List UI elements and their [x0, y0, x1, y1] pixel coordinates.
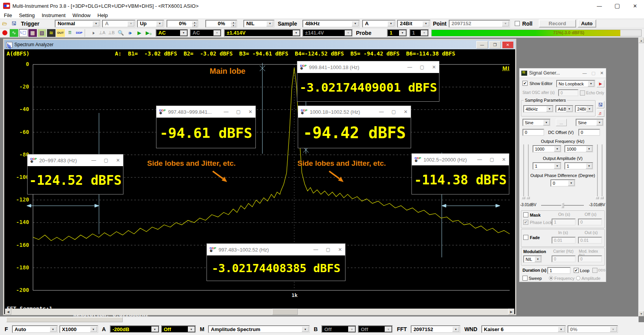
trigger-edge-select[interactable]: Up: [137, 20, 164, 28]
close-icon[interactable]: ✕: [600, 71, 604, 76]
probe-calibration-icon[interactable]: 🔍: [116, 29, 125, 37]
slider-handle[interactable]: [526, 196, 530, 199]
show-editor-checkbox[interactable]: [522, 81, 528, 86]
sweep-checkbox[interactable]: [522, 276, 528, 281]
dropdown-icon[interactable]: [92, 21, 99, 26]
mdi-vertical-scrollbar[interactable]: ▲ ▼: [638, 38, 644, 316]
dropdown-icon[interactable]: [543, 120, 550, 125]
dropdown-icon[interactable]: [50, 326, 57, 332]
more-button[interactable]: ...: [556, 119, 567, 126]
a-range-select[interactable]: -200dB: [110, 325, 160, 333]
record-icon[interactable]: [0, 29, 9, 37]
dropdown-icon[interactable]: [90, 326, 97, 332]
spin-up-icon[interactable]: [192, 21, 197, 24]
save-icon[interactable]: 🖫: [10, 20, 18, 28]
dropdown-icon[interactable]: [586, 106, 593, 112]
dropdown-icon[interactable]: [422, 21, 429, 26]
sample-bits-select[interactable]: 24Bit: [397, 20, 430, 28]
close-icon[interactable]: ✕: [432, 64, 436, 70]
mdi-horizontal-scrollbar[interactable]: [0, 316, 639, 323]
dropdown-icon[interactable]: [399, 30, 406, 36]
freq-zoom-select[interactable]: X1000: [59, 325, 98, 333]
sg-sample-rate-select[interactable]: 48kHz: [523, 105, 554, 113]
scroll-right-icon[interactable]: ▶: [508, 309, 514, 315]
dropdown-icon[interactable]: [596, 120, 603, 125]
spectrum-3d-icon[interactable]: ▧: [38, 29, 46, 37]
dropdown-icon[interactable]: [554, 146, 561, 152]
close-icon[interactable]: [626, 0, 644, 12]
dropdown-icon[interactable]: [535, 256, 541, 262]
dropdown-icon[interactable]: [302, 326, 309, 332]
dropdown-icon[interactable]: [554, 163, 561, 169]
multimeter-icon[interactable]: ▦: [28, 29, 37, 37]
minimize-icon[interactable]: —: [224, 109, 229, 115]
close-icon[interactable]: ✕: [502, 41, 514, 49]
sample-channel-select[interactable]: A: [362, 20, 396, 28]
open-icon[interactable]: 🗁: [0, 20, 9, 28]
dropdown-icon[interactable]: [266, 21, 273, 26]
trigger-hpf-select[interactable]: NIL: [243, 20, 274, 28]
spectrum-titlebar[interactable]: Spectrum Analyzer — ❐ ✕: [4, 40, 515, 49]
ddp-viewer-window[interactable]: DDP⊕ 1002.5~20000 (Hz) —▢✕ -114.38 dBFS: [412, 154, 509, 194]
roll-checkbox[interactable]: [515, 21, 520, 26]
dropdown-icon[interactable]: [151, 326, 158, 332]
ddp-viewer-window[interactable]: DDP⊕ 999.841~1000.18 (Hz) —▢✕ -3.0217440…: [297, 61, 439, 101]
menu-setting[interactable]: Setting: [19, 12, 35, 18]
music-notes-icon[interactable]: ♬: [597, 109, 604, 117]
spin-up-icon[interactable]: [231, 21, 236, 24]
dropdown-icon[interactable]: [586, 146, 592, 152]
trigger-delay-spinner[interactable]: 0%: [205, 20, 237, 28]
trigger-level-spinner[interactable]: 0%: [167, 20, 198, 28]
a-ref-select[interactable]: Off: [161, 325, 196, 333]
scroll-thumb[interactable]: [272, 309, 298, 315]
close-icon[interactable]: ✕: [116, 158, 120, 163]
sample-rate-select[interactable]: 48kHz: [302, 20, 360, 28]
minimize-icon[interactable]: —: [379, 109, 384, 115]
maximize-icon[interactable]: ▢: [392, 109, 396, 115]
start-button[interactable]: ▶: [597, 80, 604, 87]
menu-window[interactable]: Window: [73, 12, 90, 18]
minimize-icon[interactable]: —: [408, 64, 412, 70]
slider-handle[interactable]: [522, 196, 525, 199]
save-icon[interactable]: 🖫: [597, 101, 604, 108]
fade-checkbox[interactable]: [523, 235, 528, 240]
slider-handle[interactable]: [600, 196, 604, 199]
sg-bits-select[interactable]: 24Bit: [575, 105, 594, 113]
play-loopback-icon[interactable]: ▶₀: [144, 29, 153, 37]
loop-checkbox[interactable]: [574, 268, 579, 273]
close-icon[interactable]: ✕: [502, 157, 506, 162]
window-function-select[interactable]: Kaiser 6: [481, 325, 566, 333]
microphone-icon[interactable]: 🕨: [89, 29, 97, 37]
freq-axis-select[interactable]: Auto: [12, 325, 58, 333]
dropdown-icon[interactable]: [588, 81, 594, 87]
close-icon[interactable]: ✕: [248, 109, 252, 115]
dc-offset-a-input[interactable]: 0: [522, 129, 544, 136]
fft-size-select[interactable]: 2097152: [411, 325, 460, 333]
ddp-viewer-window[interactable]: DDP⊕ 20~997.483 (Hz) —▢✕ -124.52 dBFS: [28, 154, 123, 194]
sg-channels-select[interactable]: A&B: [555, 105, 573, 113]
auto-button[interactable]: Auto: [578, 19, 596, 28]
waveform-a-select[interactable]: Sine: [522, 119, 550, 126]
signal-generator-icon[interactable]: ≋: [47, 29, 56, 37]
dropdown-icon[interactable]: [586, 163, 592, 169]
menu-help[interactable]: Help: [97, 12, 108, 18]
scroll-thumb[interactable]: [6, 317, 123, 322]
spin-down-icon[interactable]: [192, 24, 197, 27]
maximize-icon[interactable]: [608, 0, 626, 12]
level-slider-a1[interactable]: [523, 144, 524, 199]
close-icon[interactable]: ✕: [404, 109, 408, 115]
dropdown-icon[interactable]: [188, 326, 195, 332]
dropdown-icon[interactable]: [452, 326, 459, 332]
minimize-icon[interactable]: —: [582, 71, 587, 76]
menu-instrument[interactable]: Instrument: [42, 12, 65, 18]
maximize-icon[interactable]: ▢: [236, 109, 241, 115]
maximize-icon[interactable]: ▢: [104, 158, 108, 163]
trigger-mode-select[interactable]: Normal: [55, 20, 101, 28]
data-logger-icon[interactable]: 𝄜: [66, 29, 74, 37]
scroll-left-icon[interactable]: ◀: [5, 309, 11, 315]
maximize-icon[interactable]: ▢: [326, 247, 330, 252]
frequency-b-select[interactable]: 1000: [564, 145, 593, 153]
dropdown-icon[interactable]: [566, 106, 573, 112]
maximize-icon[interactable]: ▢: [490, 157, 494, 162]
minimize-icon[interactable]: —: [476, 41, 488, 49]
